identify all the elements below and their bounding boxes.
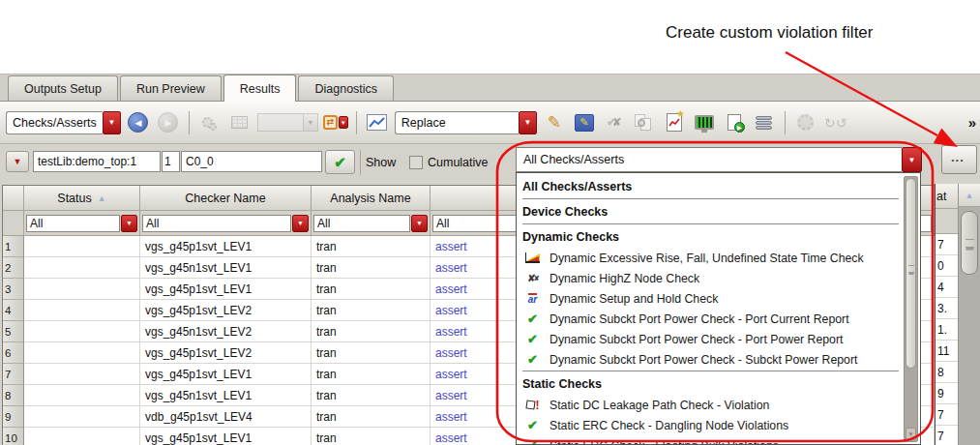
partial-filter-cell [935, 209, 958, 234]
partial-cell: 7 [935, 234, 958, 255]
checks-filter-combo[interactable]: All Checks/Asserts ▼ [516, 147, 922, 172]
toolbar-separator [189, 111, 190, 134]
status-cell [24, 385, 140, 406]
edit-checks-button[interactable]: ✎ [572, 110, 597, 135]
checker-cell: vgs_g45p1svt_LEV1 [140, 236, 312, 257]
chevron-down-icon: ▼ [304, 113, 318, 132]
results-mode-combo[interactable]: Checks/Asserts ▼ [6, 111, 121, 134]
chevron-down-icon[interactable]: ▼ [121, 215, 137, 232]
partial-cell: 7 [935, 404, 958, 426]
regenerate-button [793, 110, 818, 135]
history-dropdown-button[interactable]: ▼ [6, 151, 29, 172]
chevron-down-icon[interactable]: ▼ [339, 116, 348, 129]
table-vertical-scrollbar[interactable]: ▲ [958, 184, 980, 445]
report-button[interactable]: ★ [662, 110, 687, 135]
analysis-filter-input[interactable] [313, 215, 410, 232]
replace-combo[interactable]: Replace ▼ [395, 111, 537, 134]
checker-cell: vgs_g45n1svt_LEV1 [140, 257, 312, 279]
row-number: 5 [3, 321, 24, 342]
plot-button[interactable] [365, 110, 390, 135]
database-button[interactable] [752, 110, 777, 135]
status-filter-input[interactable] [26, 215, 120, 232]
status-cell [24, 406, 140, 428]
chevron-down-icon[interactable]: ▼ [292, 215, 309, 232]
row-number: 1 [3, 236, 24, 257]
swap-views-button[interactable]: ⇄▼ [323, 110, 348, 135]
checker-cell: vgs_g45p1svt_LEV1 [140, 279, 312, 300]
checker-cell: vgs_g45p1svt_LEV1 [140, 428, 312, 445]
chevron-down-icon[interactable]: ▼ [902, 147, 922, 172]
checks-filter-value: All Checks/Asserts [516, 147, 902, 172]
run-document-button[interactable]: ▶ [722, 110, 747, 135]
tab-run-preview[interactable]: Run Preview [120, 75, 222, 101]
dropdown-item[interactable]: ✘✘Dynamic HighZ Node Check [520, 268, 901, 288]
analysis-cell: tran [312, 364, 431, 385]
back-button[interactable]: ◀ [126, 110, 151, 135]
column-header-analysis-name[interactable]: Analysis Name [312, 186, 431, 211]
table-grid-icon [231, 116, 248, 129]
dropdown-item[interactable]: !Static DC Leakage Path Check - Violatio… [520, 395, 901, 415]
check-icon: ✔ [524, 352, 541, 367]
analysis-cell: tran [312, 428, 431, 445]
dropdown-section-static-checks[interactable]: Static Checks [520, 373, 901, 395]
checker-filter-input[interactable] [142, 215, 291, 232]
star-icon: ★ [676, 108, 685, 119]
dropdown-option-all[interactable]: All Checks/Asserts [520, 176, 901, 197]
tab-bar: Outputs Setup Run Preview Results Diagno… [0, 74, 980, 102]
scrollbar-thumb[interactable] [906, 178, 916, 369]
scroll-down-icon[interactable]: ▼ [906, 428, 916, 440]
chevron-down-icon[interactable]: ▼ [103, 111, 121, 134]
chevron-down-icon[interactable]: ▼ [519, 111, 537, 134]
simulation-monitor-button[interactable] [692, 110, 717, 135]
analysis-cell: tran [312, 321, 431, 342]
partial-column-strip: at 7 0 4 3. 1. 11 8 9 7 7 [935, 184, 958, 445]
index-field[interactable] [162, 151, 180, 172]
partial-column-header[interactable]: at [935, 184, 958, 209]
column-header-status[interactable]: Status▲ [24, 186, 140, 211]
cumulative-checkbox[interactable] [409, 156, 423, 169]
checker-cell: vgs_g45p1svt_LEV2 [140, 342, 312, 364]
row-number: 8 [3, 385, 24, 406]
refresh-icon: ↻↺ [824, 115, 846, 131]
status-cell [24, 321, 140, 342]
create-custom-filter-button[interactable]: ... [941, 145, 977, 174]
refresh-button: ↻↺ [823, 110, 848, 135]
toolbar-overflow-button[interactable]: » [968, 114, 976, 131]
tab-diagnostics[interactable]: Diagnostics [298, 75, 394, 101]
analysis-cell: tran [312, 342, 431, 364]
dropdown-item[interactable]: ✔Dynamic Subckt Port Power Check - Subck… [520, 349, 901, 370]
tab-outputs-setup[interactable]: Outputs Setup [8, 75, 118, 101]
dropdown-scrollbar[interactable]: ▼ [904, 176, 918, 442]
checker-cell: vdb_g45p1svt_LEV4 [140, 406, 312, 428]
dropdown-item[interactable]: ✔Static ERC Check - Dangling Node Violat… [520, 415, 901, 435]
column-header-checker-name[interactable]: Checker Name [140, 186, 312, 211]
status-cell [24, 300, 140, 321]
row-number: 9 [3, 406, 24, 428]
toolbar-separator [785, 111, 786, 134]
analysis-cell: tran [312, 406, 431, 428]
report-icon: ★ [667, 113, 682, 132]
run-document-icon: ▶ [728, 114, 741, 131]
dropdown-item[interactable]: ✔Static ERC Check - Floating Bulk Violat… [520, 435, 901, 445]
dc-leakage-icon: ! [524, 399, 541, 412]
scrollbar-thumb[interactable] [961, 211, 978, 275]
dropdown-section-dynamic-checks[interactable]: Dynamic Checks [520, 226, 901, 248]
dropdown-item[interactable]: ✔Dynamic Subckt Port Power Check - Port … [520, 329, 901, 349]
chevron-down-icon[interactable]: ▼ [411, 215, 428, 232]
dropdown-item[interactable]: Dynamic Excessive Rise, Fall, Undefined … [520, 248, 901, 268]
settings-button [197, 110, 223, 135]
separator [360, 150, 361, 175]
custom-filter-button[interactable]: ✎ [542, 110, 567, 135]
status-cell [24, 428, 140, 445]
status-cell [24, 257, 140, 279]
tab-results[interactable]: Results [223, 74, 297, 102]
dropdown-item[interactable]: arDynamic Setup and Hold Check [520, 288, 901, 309]
row-number: 2 [3, 257, 24, 279]
dropdown-section-device-checks[interactable]: Device Checks [520, 201, 901, 222]
partial-cell: 9 [935, 383, 958, 404]
cellview-field[interactable] [33, 151, 161, 172]
show-label: Show [366, 156, 396, 169]
dropdown-item[interactable]: ✔Dynamic Subckt Port Power Check - Port … [520, 309, 901, 329]
config-field[interactable] [181, 151, 322, 172]
apply-button[interactable]: ✔ [325, 150, 355, 174]
